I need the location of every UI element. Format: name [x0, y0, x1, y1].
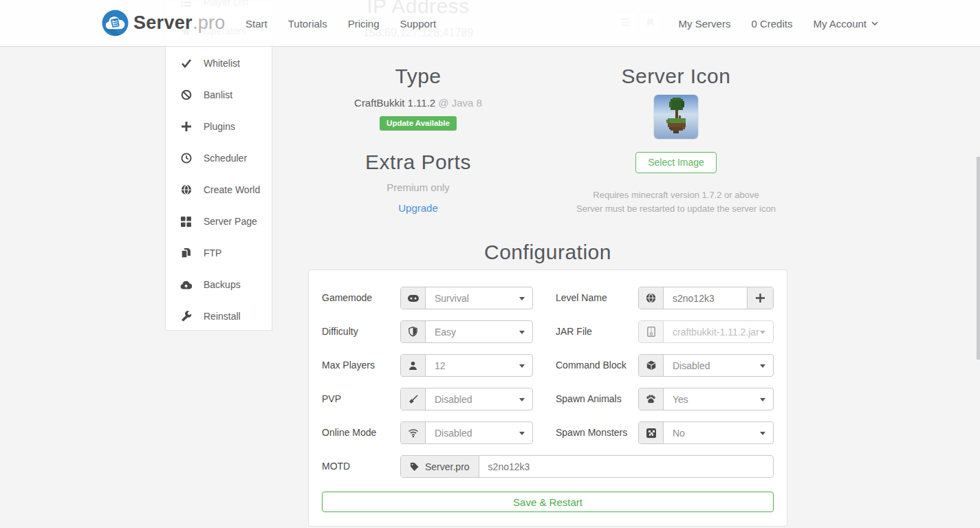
globe-icon	[180, 184, 192, 196]
brand-name: Server.pro	[133, 12, 226, 34]
jar-file-label: JAR File	[556, 320, 592, 343]
max-players-select[interactable]: 12	[400, 354, 533, 377]
sidebar-item-label: Scheduler	[204, 153, 247, 164]
sidebar-item-label: Banlist	[204, 89, 232, 100]
add-world-button[interactable]	[747, 287, 773, 309]
archive-file-icon	[639, 321, 664, 342]
sidebar-item-label: Whitelist	[204, 58, 240, 69]
premium-only-label: Premium only	[308, 182, 528, 193]
caret-down-icon	[760, 398, 765, 402]
caret-down-icon	[760, 331, 765, 334]
nav-start[interactable]: Start	[246, 18, 268, 30]
chevron-down-icon	[871, 21, 878, 26]
update-available-badge[interactable]: Update Available	[380, 116, 457, 131]
server-pro-logo-icon	[102, 10, 129, 36]
server-pro-control-panel: IP Address 158.69.127.128:41789 Player L…	[0, 0, 980, 528]
gamepad-icon	[401, 287, 426, 309]
sidebar-item-scheduler[interactable]: Scheduler	[180, 151, 247, 166]
upgrade-link[interactable]: Upgrade	[398, 202, 438, 214]
sword-icon	[401, 388, 426, 410]
server-icon-image	[654, 95, 698, 139]
brand-logo[interactable]: Server.pro	[102, 10, 226, 36]
motd-label: MOTD	[322, 455, 350, 478]
extra-ports-heading: Extra Ports	[308, 151, 528, 174]
grid-icon	[180, 216, 192, 228]
level-name-input-group: s2no12k3	[638, 287, 774, 309]
command-block-label: Command Block	[556, 354, 627, 377]
caret-down-icon	[519, 331, 525, 334]
sidebar: Player List Operators Whitelist Banlist …	[165, 0, 272, 331]
sidebar-item-label: Backups	[204, 279, 241, 290]
gamemode-select[interactable]: Survival	[400, 287, 533, 309]
online-mode-select[interactable]: Disabled	[400, 421, 533, 444]
caret-down-icon	[760, 432, 765, 435]
caret-down-icon	[519, 364, 525, 368]
difficulty-label: Difficulty	[322, 320, 358, 343]
pvp-label: PVP	[322, 388, 341, 410]
sidebar-item-create-world[interactable]: Create World	[180, 182, 260, 197]
caret-down-icon	[519, 297, 525, 300]
max-players-label: Max Players	[322, 354, 375, 377]
wifi-icon	[401, 422, 426, 443]
nav-my-account[interactable]: My Account	[813, 18, 878, 30]
caret-down-icon	[760, 364, 765, 368]
nav-support[interactable]: Support	[400, 18, 437, 30]
server-type-value: CraftBukkit 1.11.2 @ Java 8	[308, 97, 528, 109]
caret-down-icon	[519, 432, 525, 435]
creeper-face-icon	[639, 422, 664, 443]
sidebar-item-banlist[interactable]: Banlist	[180, 87, 232, 102]
sidebar-item-label: Create World	[204, 184, 260, 195]
check-icon	[180, 58, 192, 69]
sidebar-item-whitelist[interactable]: Whitelist	[180, 56, 240, 71]
spawn-monsters-label: Spawn Monsters	[556, 421, 627, 444]
configuration-card: Gamemode Survival Difficulty Easy Max Pl…	[308, 270, 787, 527]
save-restart-button[interactable]: Save & Restart	[322, 492, 774, 512]
command-block-select[interactable]: Disabled	[638, 354, 774, 377]
scrollbar-thumb[interactable]	[977, 157, 980, 360]
server-icon-notes: Requires minecraft version 1.7.2 or abov…	[566, 188, 786, 216]
plus-icon	[756, 294, 765, 302]
type-heading: Type	[308, 65, 528, 88]
online-mode-label: Online Mode	[322, 421, 376, 444]
configuration-heading: Configuration	[308, 241, 787, 264]
caret-down-icon	[519, 398, 525, 402]
nav-tutorials[interactable]: Tutorials	[288, 18, 327, 30]
cloud-upload-icon	[180, 279, 192, 291]
nav-right: My Servers 0 Credits My Account	[679, 0, 878, 47]
nav-my-servers[interactable]: My Servers	[679, 18, 731, 30]
level-name-label: Level Name	[556, 287, 607, 309]
sidebar-item-reinstall[interactable]: Reinstall	[180, 309, 241, 324]
spawn-monsters-select[interactable]: No	[638, 421, 774, 444]
spawn-animals-label: Spawn Animals	[556, 388, 622, 410]
motd-input[interactable]: s2no12k3	[479, 456, 773, 477]
files-icon	[180, 248, 192, 259]
jar-file-select: craftbukkit-1.11.2.jar	[638, 320, 774, 343]
spawn-animals-select[interactable]: Yes	[638, 388, 774, 410]
sidebar-item-label: Plugins	[204, 121, 235, 132]
sidebar-item-label: FTP	[204, 248, 221, 258]
tag-icon	[410, 462, 419, 471]
sidebar-item-backups[interactable]: Backups	[180, 277, 241, 292]
sidebar-item-server-page[interactable]: Server Page	[180, 214, 257, 229]
select-image-button[interactable]: Select Image	[635, 152, 717, 173]
nav-links: Start Tutorials Pricing Support	[246, 0, 436, 47]
nav-credits[interactable]: 0 Credits	[751, 18, 792, 30]
sidebar-item-plugins[interactable]: Plugins	[180, 119, 235, 134]
sidebar-item-label: Server Page	[204, 216, 257, 227]
globe-icon	[639, 287, 664, 309]
nav-pricing[interactable]: Pricing	[348, 18, 380, 30]
pvp-select[interactable]: Disabled	[400, 388, 533, 410]
ban-icon	[180, 89, 192, 101]
difficulty-select[interactable]: Easy	[400, 320, 533, 343]
motd-input-group: Server.pro s2no12k3	[400, 455, 774, 478]
user-icon	[401, 355, 426, 376]
wrench-icon	[180, 311, 192, 322]
motd-addon: Server.pro	[401, 456, 479, 477]
plus-icon	[180, 121, 192, 133]
server-icon-heading: Server Icon	[566, 65, 786, 88]
sidebar-item-ftp[interactable]: FTP	[180, 245, 221, 261]
paw-icon	[639, 388, 664, 410]
cube-icon	[639, 355, 664, 376]
level-name-input[interactable]: s2no12k3	[664, 287, 747, 309]
shield-icon	[401, 321, 426, 342]
